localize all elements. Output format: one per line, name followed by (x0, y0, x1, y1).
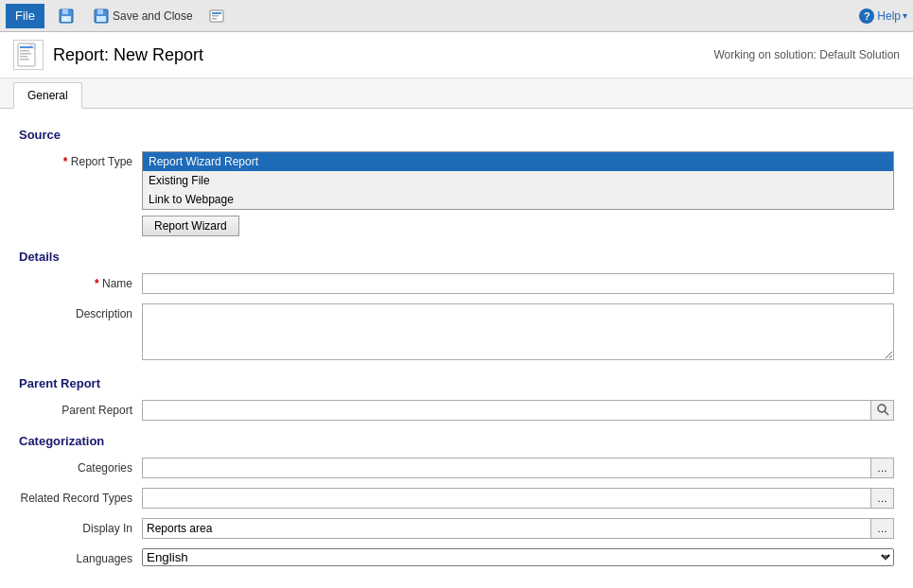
extra-icon (208, 8, 225, 25)
categories-lookup-icon: … (877, 462, 887, 474)
svg-rect-13 (20, 50, 29, 52)
languages-control: English (142, 548, 894, 566)
svg-rect-6 (97, 16, 106, 22)
related-record-types-row: Related Record Types … (19, 488, 894, 509)
display-in-label: Display In (19, 518, 142, 535)
help-button[interactable]: ? Help ▾ (859, 9, 907, 24)
tab-general-label: General (27, 89, 68, 102)
languages-row: Languages English (19, 548, 894, 566)
svg-rect-5 (97, 9, 103, 14)
page-header: Report: New Report Working on solution: … (0, 32, 913, 78)
report-type-link-webpage[interactable]: Link to Webpage (143, 190, 893, 209)
lookup-icon (876, 403, 889, 418)
display-in-lookup-button[interactable]: … (871, 518, 894, 539)
description-control (142, 303, 894, 363)
report-type-existing-file[interactable]: Existing File (143, 171, 893, 190)
help-chevron-icon: ▾ (903, 10, 907, 21)
categories-input[interactable] (142, 458, 871, 478)
categories-row: Categories … (19, 458, 894, 478)
related-record-types-input-group: … (142, 488, 894, 509)
report-type-wizard[interactable]: Report Wizard Report (143, 152, 893, 171)
description-row: Description (19, 303, 894, 363)
languages-select-wrapper: English (142, 548, 894, 566)
categories-input-group: … (142, 458, 894, 478)
details-divider: Details (19, 250, 894, 264)
svg-rect-8 (212, 12, 221, 14)
display-in-input[interactable] (142, 518, 871, 539)
extra-toolbar-button[interactable] (202, 4, 234, 28)
svg-rect-10 (212, 18, 217, 20)
save-icon (58, 8, 75, 25)
file-button[interactable]: File (6, 4, 44, 28)
svg-rect-12 (20, 46, 33, 48)
related-record-types-input[interactable] (142, 488, 871, 509)
page-title: Report: New Report (53, 45, 203, 65)
report-icon (13, 40, 44, 70)
name-input[interactable] (142, 273, 894, 294)
parent-report-input-group (142, 400, 894, 421)
save-close-icon (93, 8, 110, 25)
languages-label: Languages (19, 548, 142, 565)
report-type-list[interactable]: Report Wizard Report Existing File Link … (142, 151, 894, 210)
report-type-control: Report Wizard Report Existing File Link … (142, 151, 894, 236)
display-in-row: Display In … (19, 518, 894, 539)
display-in-lookup-icon: … (877, 523, 887, 534)
source-section-title: Source (19, 128, 894, 142)
categories-control: … (142, 458, 894, 478)
parent-report-row: Parent Report (19, 400, 894, 421)
parent-report-label: Parent Report (19, 400, 142, 417)
help-icon: ? (859, 9, 874, 24)
description-label: Description (19, 303, 142, 320)
save-and-close-button[interactable]: Save and Close (87, 4, 199, 28)
parent-report-divider: Parent Report (19, 376, 894, 390)
svg-rect-15 (20, 56, 27, 58)
description-input[interactable] (142, 303, 894, 360)
name-label: Name (19, 273, 142, 290)
display-in-input-group: … (142, 518, 894, 539)
main-content: Source Report Type Report Wizard Report … (0, 109, 913, 588)
report-type-label: Report Type (19, 151, 142, 168)
parent-report-input[interactable] (142, 400, 871, 421)
save-button[interactable] (52, 4, 83, 28)
languages-select[interactable]: English (142, 548, 894, 566)
categories-lookup-button[interactable]: … (871, 458, 894, 478)
related-record-types-control: … (142, 488, 894, 509)
related-record-types-label: Related Record Types (19, 488, 142, 505)
categorization-section-title: Categorization (19, 434, 894, 448)
parent-report-section-title: Parent Report (19, 376, 894, 390)
svg-rect-1 (62, 9, 68, 14)
display-in-control: … (142, 518, 894, 539)
help-label: Help (877, 9, 901, 23)
svg-line-19 (885, 411, 888, 415)
related-record-types-lookup-icon: … (877, 493, 887, 504)
svg-rect-16 (20, 59, 29, 61)
report-type-row: Report Type Report Wizard Report Existin… (19, 151, 894, 236)
details-section-title: Details (19, 250, 894, 264)
toolbar: File Save and Close ? Help ▾ (0, 0, 913, 32)
related-record-types-lookup-button[interactable]: … (871, 488, 894, 509)
tabs-bar: General (0, 78, 913, 109)
name-row: Name (19, 273, 894, 294)
tab-general[interactable]: General (13, 82, 82, 109)
save-and-close-label: Save and Close (113, 9, 193, 23)
svg-rect-3 (63, 17, 67, 21)
solution-info: Working on solution: Default Solution (713, 48, 900, 61)
name-control (142, 273, 894, 294)
parent-report-lookup-button[interactable] (871, 400, 894, 421)
title-area: Report: New Report (13, 40, 203, 70)
svg-rect-14 (20, 53, 31, 55)
parent-report-control (142, 400, 894, 421)
svg-rect-9 (212, 15, 219, 17)
report-wizard-button[interactable]: Report Wizard (142, 216, 239, 236)
categorization-divider: Categorization (19, 434, 894, 448)
categories-label: Categories (19, 458, 142, 475)
svg-point-18 (878, 405, 886, 412)
